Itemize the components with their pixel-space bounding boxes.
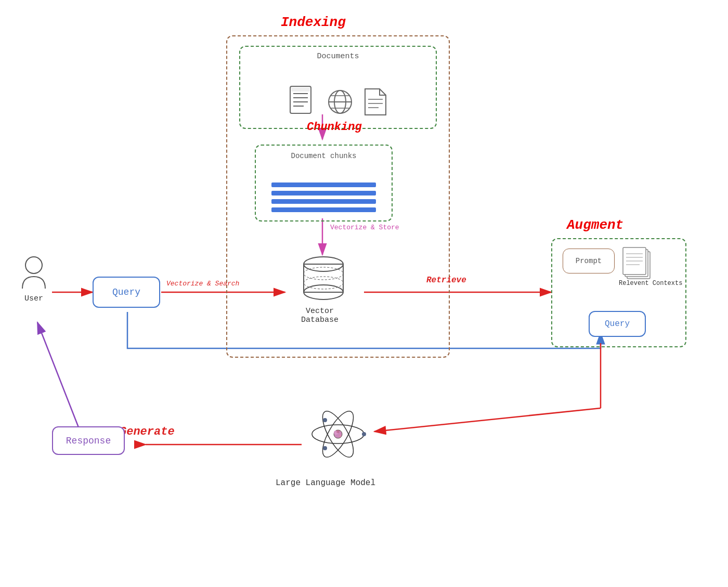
chunking-label: Chunking	[307, 121, 362, 134]
indexing-label: Indexing	[281, 15, 346, 30]
svg-point-34	[25, 257, 42, 273]
svg-point-48	[323, 418, 327, 422]
user-label: User	[24, 294, 43, 303]
user-icon	[20, 255, 48, 294]
augment-query-box: Query	[589, 311, 646, 337]
document-chunks-container: Document chunks	[255, 145, 393, 221]
vector-database-label: Vector Database	[289, 307, 351, 324]
documents-label: Documents	[240, 52, 436, 61]
vectorize-search-label: Vectorize & Search	[166, 280, 239, 288]
chunk-line-3	[271, 199, 376, 204]
retrieve-label: Retrieve	[426, 276, 466, 285]
relevant-contexts-label: Relevent Contexts	[619, 280, 682, 287]
svg-point-47	[362, 432, 366, 436]
augment-container: Prompt Relevent Contexts Query	[551, 238, 686, 347]
prompt-box: Prompt	[563, 249, 615, 273]
llm-label: Large Language Model	[276, 478, 375, 488]
documents-container: Documents	[239, 46, 437, 129]
vector-database-icon	[297, 255, 349, 304]
svg-line-12	[374, 408, 601, 432]
generate-label: Generate	[120, 425, 175, 438]
svg-point-50	[336, 430, 340, 433]
globe-icon	[327, 88, 354, 115]
svg-point-51	[339, 435, 342, 437]
svg-point-49	[323, 446, 327, 450]
svg-line-14	[37, 322, 81, 433]
document-chunks-label: Document chunks	[256, 152, 392, 160]
augment-label: Augment	[567, 217, 623, 233]
chunk-line-1	[271, 182, 376, 187]
diagram: Indexing Documents	[0, 0, 728, 587]
vectorize-store-label: Vectorize & Store	[330, 224, 399, 231]
response-box: Response	[52, 426, 125, 455]
chunk-line-4	[271, 207, 376, 212]
svg-rect-20	[291, 87, 310, 92]
page-icon	[364, 88, 387, 116]
llm-atom-icon	[302, 400, 374, 471]
document-icon-1	[289, 85, 316, 119]
relevant-contexts-icon	[620, 244, 656, 284]
chunk-line-2	[271, 191, 376, 195]
query-box: Query	[93, 277, 160, 308]
